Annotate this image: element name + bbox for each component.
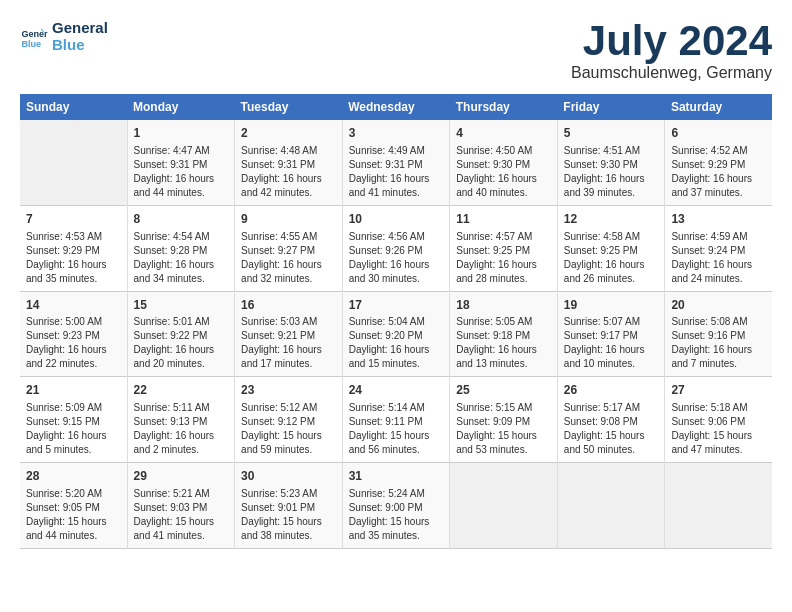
month-title: July 2024 [571, 20, 772, 62]
calendar-day-cell: 10Sunrise: 4:56 AM Sunset: 9:26 PM Dayli… [342, 205, 450, 291]
day-number: 11 [456, 211, 551, 228]
day-info: Sunrise: 5:15 AM Sunset: 9:09 PM Dayligh… [456, 401, 551, 457]
day-number: 3 [349, 125, 444, 142]
calendar-body: 1Sunrise: 4:47 AM Sunset: 9:31 PM Daylig… [20, 120, 772, 548]
day-info: Sunrise: 4:49 AM Sunset: 9:31 PM Dayligh… [349, 144, 444, 200]
calendar-day-cell: 24Sunrise: 5:14 AM Sunset: 9:11 PM Dayli… [342, 377, 450, 463]
calendar-day-cell: 2Sunrise: 4:48 AM Sunset: 9:31 PM Daylig… [235, 120, 343, 205]
day-number: 15 [134, 297, 229, 314]
calendar-week-row: 21Sunrise: 5:09 AM Sunset: 9:15 PM Dayli… [20, 377, 772, 463]
svg-text:General: General [21, 29, 48, 39]
day-info: Sunrise: 4:50 AM Sunset: 9:30 PM Dayligh… [456, 144, 551, 200]
day-number: 21 [26, 382, 121, 399]
day-number: 28 [26, 468, 121, 485]
calendar-day-cell: 20Sunrise: 5:08 AM Sunset: 9:16 PM Dayli… [665, 291, 772, 377]
day-info: Sunrise: 5:24 AM Sunset: 9:00 PM Dayligh… [349, 487, 444, 543]
day-info: Sunrise: 5:05 AM Sunset: 9:18 PM Dayligh… [456, 315, 551, 371]
day-number: 14 [26, 297, 121, 314]
day-info: Sunrise: 4:47 AM Sunset: 9:31 PM Dayligh… [134, 144, 229, 200]
location-title: Baumschulenweg, Germany [571, 64, 772, 82]
day-number: 9 [241, 211, 336, 228]
day-info: Sunrise: 5:03 AM Sunset: 9:21 PM Dayligh… [241, 315, 336, 371]
day-info: Sunrise: 5:09 AM Sunset: 9:15 PM Dayligh… [26, 401, 121, 457]
day-number: 22 [134, 382, 229, 399]
day-number: 10 [349, 211, 444, 228]
calendar-day-cell: 25Sunrise: 5:15 AM Sunset: 9:09 PM Dayli… [450, 377, 558, 463]
calendar-day-cell: 16Sunrise: 5:03 AM Sunset: 9:21 PM Dayli… [235, 291, 343, 377]
header-day: Sunday [20, 94, 127, 120]
day-number: 5 [564, 125, 659, 142]
calendar-header: SundayMondayTuesdayWednesdayThursdayFrid… [20, 94, 772, 120]
day-info: Sunrise: 4:52 AM Sunset: 9:29 PM Dayligh… [671, 144, 766, 200]
day-number: 8 [134, 211, 229, 228]
day-number: 20 [671, 297, 766, 314]
day-info: Sunrise: 5:12 AM Sunset: 9:12 PM Dayligh… [241, 401, 336, 457]
day-number: 16 [241, 297, 336, 314]
day-info: Sunrise: 5:01 AM Sunset: 9:22 PM Dayligh… [134, 315, 229, 371]
day-info: Sunrise: 5:21 AM Sunset: 9:03 PM Dayligh… [134, 487, 229, 543]
day-number: 13 [671, 211, 766, 228]
calendar-day-cell: 8Sunrise: 4:54 AM Sunset: 9:28 PM Daylig… [127, 205, 235, 291]
calendar-week-row: 7Sunrise: 4:53 AM Sunset: 9:29 PM Daylig… [20, 205, 772, 291]
day-info: Sunrise: 4:53 AM Sunset: 9:29 PM Dayligh… [26, 230, 121, 286]
logo: General Blue General Blue [20, 20, 108, 53]
calendar-day-cell: 21Sunrise: 5:09 AM Sunset: 9:15 PM Dayli… [20, 377, 127, 463]
day-info: Sunrise: 4:48 AM Sunset: 9:31 PM Dayligh… [241, 144, 336, 200]
day-info: Sunrise: 4:58 AM Sunset: 9:25 PM Dayligh… [564, 230, 659, 286]
day-info: Sunrise: 5:11 AM Sunset: 9:13 PM Dayligh… [134, 401, 229, 457]
calendar-day-cell: 1Sunrise: 4:47 AM Sunset: 9:31 PM Daylig… [127, 120, 235, 205]
day-number: 23 [241, 382, 336, 399]
day-info: Sunrise: 4:59 AM Sunset: 9:24 PM Dayligh… [671, 230, 766, 286]
day-number: 6 [671, 125, 766, 142]
day-info: Sunrise: 4:56 AM Sunset: 9:26 PM Dayligh… [349, 230, 444, 286]
calendar-day-cell [450, 463, 558, 549]
day-info: Sunrise: 5:08 AM Sunset: 9:16 PM Dayligh… [671, 315, 766, 371]
day-info: Sunrise: 5:23 AM Sunset: 9:01 PM Dayligh… [241, 487, 336, 543]
calendar-day-cell: 29Sunrise: 5:21 AM Sunset: 9:03 PM Dayli… [127, 463, 235, 549]
day-number: 18 [456, 297, 551, 314]
calendar-day-cell [665, 463, 772, 549]
calendar-day-cell: 7Sunrise: 4:53 AM Sunset: 9:29 PM Daylig… [20, 205, 127, 291]
calendar-day-cell: 3Sunrise: 4:49 AM Sunset: 9:31 PM Daylig… [342, 120, 450, 205]
calendar-day-cell: 22Sunrise: 5:11 AM Sunset: 9:13 PM Dayli… [127, 377, 235, 463]
header-row: SundayMondayTuesdayWednesdayThursdayFrid… [20, 94, 772, 120]
calendar-day-cell: 5Sunrise: 4:51 AM Sunset: 9:30 PM Daylig… [557, 120, 665, 205]
day-info: Sunrise: 5:20 AM Sunset: 9:05 PM Dayligh… [26, 487, 121, 543]
calendar-day-cell: 23Sunrise: 5:12 AM Sunset: 9:12 PM Dayli… [235, 377, 343, 463]
calendar-day-cell: 30Sunrise: 5:23 AM Sunset: 9:01 PM Dayli… [235, 463, 343, 549]
day-number: 4 [456, 125, 551, 142]
calendar-day-cell: 26Sunrise: 5:17 AM Sunset: 9:08 PM Dayli… [557, 377, 665, 463]
day-number: 30 [241, 468, 336, 485]
title-area: July 2024 Baumschulenweg, Germany [571, 20, 772, 82]
calendar-day-cell: 4Sunrise: 4:50 AM Sunset: 9:30 PM Daylig… [450, 120, 558, 205]
calendar-day-cell [557, 463, 665, 549]
calendar-day-cell: 6Sunrise: 4:52 AM Sunset: 9:29 PM Daylig… [665, 120, 772, 205]
calendar-week-row: 1Sunrise: 4:47 AM Sunset: 9:31 PM Daylig… [20, 120, 772, 205]
calendar-day-cell: 28Sunrise: 5:20 AM Sunset: 9:05 PM Dayli… [20, 463, 127, 549]
svg-text:Blue: Blue [21, 38, 41, 48]
header-day: Monday [127, 94, 235, 120]
calendar-day-cell: 17Sunrise: 5:04 AM Sunset: 9:20 PM Dayli… [342, 291, 450, 377]
calendar-day-cell: 13Sunrise: 4:59 AM Sunset: 9:24 PM Dayli… [665, 205, 772, 291]
day-info: Sunrise: 5:18 AM Sunset: 9:06 PM Dayligh… [671, 401, 766, 457]
calendar-week-row: 28Sunrise: 5:20 AM Sunset: 9:05 PM Dayli… [20, 463, 772, 549]
calendar-day-cell [20, 120, 127, 205]
calendar-day-cell: 11Sunrise: 4:57 AM Sunset: 9:25 PM Dayli… [450, 205, 558, 291]
day-number: 24 [349, 382, 444, 399]
calendar-week-row: 14Sunrise: 5:00 AM Sunset: 9:23 PM Dayli… [20, 291, 772, 377]
day-info: Sunrise: 5:17 AM Sunset: 9:08 PM Dayligh… [564, 401, 659, 457]
header-day: Saturday [665, 94, 772, 120]
logo-line2: Blue [52, 37, 108, 54]
day-number: 29 [134, 468, 229, 485]
day-number: 17 [349, 297, 444, 314]
day-info: Sunrise: 5:04 AM Sunset: 9:20 PM Dayligh… [349, 315, 444, 371]
calendar-day-cell: 19Sunrise: 5:07 AM Sunset: 9:17 PM Dayli… [557, 291, 665, 377]
day-number: 19 [564, 297, 659, 314]
day-number: 7 [26, 211, 121, 228]
day-number: 12 [564, 211, 659, 228]
header-day: Wednesday [342, 94, 450, 120]
header-day: Thursday [450, 94, 558, 120]
day-number: 26 [564, 382, 659, 399]
day-info: Sunrise: 5:14 AM Sunset: 9:11 PM Dayligh… [349, 401, 444, 457]
calendar-day-cell: 18Sunrise: 5:05 AM Sunset: 9:18 PM Dayli… [450, 291, 558, 377]
